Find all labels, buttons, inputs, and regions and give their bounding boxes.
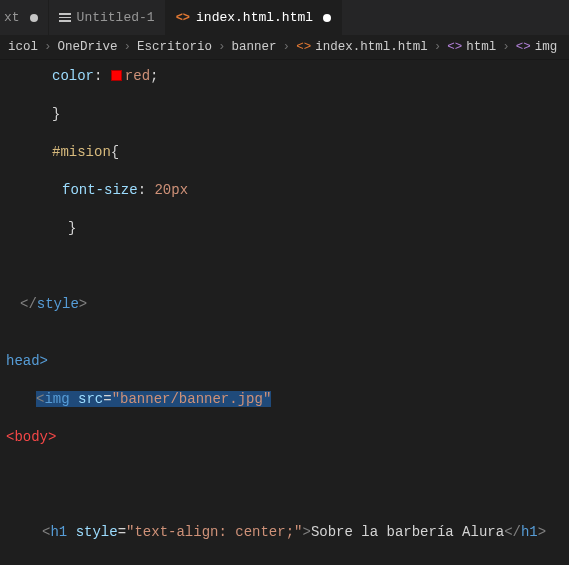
selected-text: <img src="banner/banner.jpg" xyxy=(36,391,271,407)
tab-label: index.html.html xyxy=(196,10,313,25)
breadcrumb-segment[interactable]: banner xyxy=(232,40,277,54)
dirty-indicator-icon xyxy=(323,14,331,22)
css-value: red xyxy=(125,68,150,84)
tab-label: xt xyxy=(4,10,20,25)
tab-untitled-1[interactable]: Untitled-1 xyxy=(49,0,166,35)
symbol-icon: <> xyxy=(447,40,462,54)
breadcrumb[interactable]: icol › OneDrive › Escritorio › banner › … xyxy=(0,35,569,59)
tab-index-html[interactable]: <> index.html.html xyxy=(166,0,342,35)
breadcrumb-segment[interactable]: img xyxy=(535,40,558,54)
h1-text: Sobre la barbería Alura xyxy=(311,524,504,540)
chevron-right-icon: › xyxy=(500,40,512,54)
breadcrumb-segment[interactable]: Escritorio xyxy=(137,40,212,54)
breadcrumb-segment[interactable]: icol xyxy=(8,40,38,54)
chevron-right-icon: › xyxy=(281,40,293,54)
file-icon xyxy=(59,13,71,22)
tab-label: Untitled-1 xyxy=(77,10,155,25)
breadcrumb-segment[interactable]: html xyxy=(466,40,496,54)
tab-partial-txt[interactable]: xt xyxy=(0,0,49,35)
chevron-right-icon: › xyxy=(432,40,444,54)
html-file-icon: <> xyxy=(176,11,190,25)
css-property: font-size xyxy=(62,182,138,198)
chevron-right-icon: › xyxy=(216,40,228,54)
html-tag: head> xyxy=(6,353,48,369)
symbol-icon: <> xyxy=(516,40,531,54)
chevron-right-icon: › xyxy=(42,40,54,54)
css-selector: #mision xyxy=(52,144,111,160)
code-editor[interactable]: color: red; } #mision{ font-size: 20px }… xyxy=(0,59,569,561)
breadcrumb-segment[interactable]: index.html.html xyxy=(315,40,428,54)
css-value: 20px xyxy=(154,182,188,198)
chevron-right-icon: › xyxy=(122,40,134,54)
breadcrumb-segment[interactable]: OneDrive xyxy=(58,40,118,54)
editor-tabs: xt Untitled-1 <> index.html.html xyxy=(0,0,569,35)
dirty-indicator-icon xyxy=(30,14,38,22)
html-file-icon: <> xyxy=(296,40,311,54)
html-tag-error: <body> xyxy=(6,429,56,445)
color-swatch-icon[interactable] xyxy=(111,70,122,81)
css-property: color xyxy=(52,68,94,84)
